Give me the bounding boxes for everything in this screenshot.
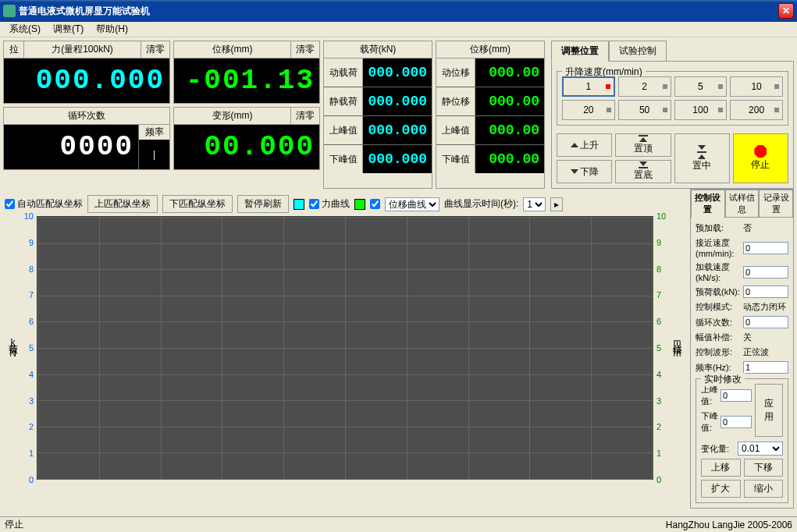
disp-panel-title: 位移(mm) [436, 41, 544, 59]
tab-record-settings[interactable]: 记录设置 [759, 190, 793, 218]
stop-button[interactable]: 停止 [733, 133, 788, 183]
preloadval-label: 预荷载(kN): [696, 286, 743, 298]
move-center-button[interactable]: 置中 [674, 133, 730, 183]
upper-label: 上峰值: [701, 384, 721, 407]
position-controls: 调整位置 试验控制 升降速度(mm/min) 1 2 5 10 20 50 10… [551, 41, 794, 189]
load-row-value: 000.000 [363, 87, 432, 115]
preloadval-input[interactable] [743, 286, 788, 298]
chart-plot-area[interactable] [37, 216, 653, 480]
deform-value: 00.000 [174, 125, 319, 169]
speed-option[interactable]: 5 [674, 76, 728, 97]
left-tick-label: 6 [29, 317, 35, 326]
mode-value: 动态力闭环 [743, 301, 788, 313]
title-bar: 普通电液式微机屏显万能试验机 ✕ [0, 0, 797, 22]
zoom-in-btn[interactable]: 扩大 [701, 480, 741, 498]
close-button[interactable]: ✕ [778, 3, 794, 19]
tab-sample-info[interactable]: 试样信息 [725, 190, 760, 218]
move-down-button[interactable]: 下降 [557, 160, 612, 183]
pause-refresh-button[interactable]: 暂停刷新 [237, 195, 289, 213]
cycles-panel: 循环次数 0000 频率 | [3, 107, 170, 170]
copyright-text: HangZhou LangJie 2005-2006 [666, 520, 792, 530]
preload-value: 否 [743, 222, 788, 234]
approach-input[interactable] [743, 242, 788, 254]
right-tick-label: 10 [655, 211, 666, 221]
disp-row-value: 000.00 [475, 59, 544, 87]
move-bottom-button[interactable]: 置底 [615, 160, 671, 183]
loadspeed-input[interactable] [743, 266, 788, 278]
deform-panel: 变形(mm) 清零 00.000 [173, 107, 320, 170]
disp-value: -001.13 [174, 59, 319, 103]
cycles-label: 循环次数: [696, 317, 743, 328]
lower-input[interactable] [721, 416, 752, 428]
apply-button[interactable]: 应用 [755, 384, 783, 437]
preload-label: 预加载: [696, 222, 743, 234]
time-apply-button[interactable]: ▸ [550, 197, 563, 211]
menu-system[interactable]: 系统(S) [3, 21, 47, 37]
move-up-button[interactable]: 上升 [557, 133, 612, 157]
loadspeed-label: 加载速度(kN/s): [696, 261, 743, 282]
force-zero-button[interactable]: 清零 [141, 41, 169, 58]
cycles-label: 循环次数 [4, 108, 169, 124]
chart-container: 负荷kN 012345678910 012345678910 位移mm [3, 216, 687, 480]
right-tick-label: 9 [655, 238, 661, 247]
approach-label: 接近速度(mm/min): [696, 237, 743, 258]
speed-option[interactable]: 100 [674, 100, 728, 120]
cycles-input[interactable] [743, 316, 788, 328]
realtime-group: 实时修改 上峰值: 下峰值: 应用 变化量:0.01 上移 下移 扩大 缩小 [696, 378, 788, 503]
menu-help[interactable]: 帮助(H) [90, 21, 134, 37]
disp-label: 位移(mm) [174, 41, 291, 58]
upper-input[interactable] [721, 389, 752, 402]
move-down-btn[interactable]: 下移 [744, 459, 784, 477]
amp-value: 关 [743, 332, 788, 343]
display-time-select[interactable]: 1 [523, 197, 546, 211]
wave-label: 控制波形: [696, 346, 743, 358]
disp-row-label: 上峰值 [436, 116, 475, 144]
freq-separator: | [139, 140, 169, 169]
freq-input[interactable] [743, 361, 788, 374]
disp-curve-select[interactable]: 位移曲线 [385, 197, 439, 211]
load-row-label: 动载荷 [324, 59, 363, 87]
disp-color-swatch[interactable] [354, 199, 365, 210]
auto-y-checkbox[interactable]: 自动匹配纵坐标 [5, 197, 83, 211]
speed-option[interactable]: 10 [730, 76, 783, 97]
left-tick-label: 1 [29, 449, 35, 458]
speed-option[interactable]: 1 [562, 76, 615, 97]
tab-control-settings[interactable]: 控制设置 [691, 190, 725, 218]
fit-down-button[interactable]: 下匹配纵坐标 [162, 195, 233, 213]
mode-label: 控制模式: [696, 301, 743, 313]
speed-option[interactable]: 2 [618, 76, 671, 97]
left-tick-label: 4 [29, 370, 35, 379]
lower-label: 下峰值: [701, 410, 721, 434]
disp-zero-button[interactable]: 清零 [291, 41, 319, 58]
tab-test-control[interactable]: 试验控制 [609, 41, 667, 62]
force-label: 力(量程100kN) [24, 41, 141, 58]
move-up-btn[interactable]: 上移 [701, 459, 741, 477]
left-tick-label: 3 [29, 396, 35, 406]
move-top-button[interactable]: 置顶 [615, 133, 671, 157]
force-color-swatch[interactable] [294, 199, 304, 210]
tab-position[interactable]: 调整位置 [551, 41, 609, 62]
delta-select[interactable]: 0.01 [738, 442, 783, 456]
disp-curve-checkbox[interactable] [370, 199, 380, 209]
force-curve-checkbox[interactable]: 力曲线 [309, 197, 350, 211]
cycles-value: 0000 [4, 125, 138, 169]
right-tick-label: 8 [655, 264, 661, 274]
chart-toolbar: 自动匹配纵坐标 上匹配纵坐标 下匹配纵坐标 暂停刷新 力曲线 位移曲线 曲线显示… [3, 192, 687, 216]
menu-adjust[interactable]: 调整(T) [47, 21, 90, 37]
load-row-label: 下峰值 [324, 145, 363, 173]
fit-up-button[interactable]: 上匹配纵坐标 [87, 195, 158, 213]
deform-zero-button[interactable]: 清零 [291, 108, 319, 124]
right-axis-title: 位移mm [667, 216, 687, 480]
right-tick-label: 6 [655, 317, 661, 326]
left-tick-label: 7 [29, 290, 35, 300]
disp-row-value: 000.00 [475, 145, 544, 173]
speed-option[interactable]: 200 [730, 100, 783, 120]
load-row-label: 静载荷 [324, 87, 363, 115]
speed-option[interactable]: 50 [618, 100, 671, 120]
speed-option[interactable]: 20 [562, 100, 615, 120]
speed-group: 升降速度(mm/min) 1 2 5 10 20 50 100 200 [557, 71, 788, 126]
right-tick-label: 2 [655, 422, 661, 431]
right-tick-label: 1 [655, 449, 661, 458]
zoom-out-btn[interactable]: 缩小 [744, 480, 784, 498]
settings-panel: 控制设置 试样信息 记录设置 预加载:否 接近速度(mm/min): 加载速度(… [690, 189, 794, 509]
